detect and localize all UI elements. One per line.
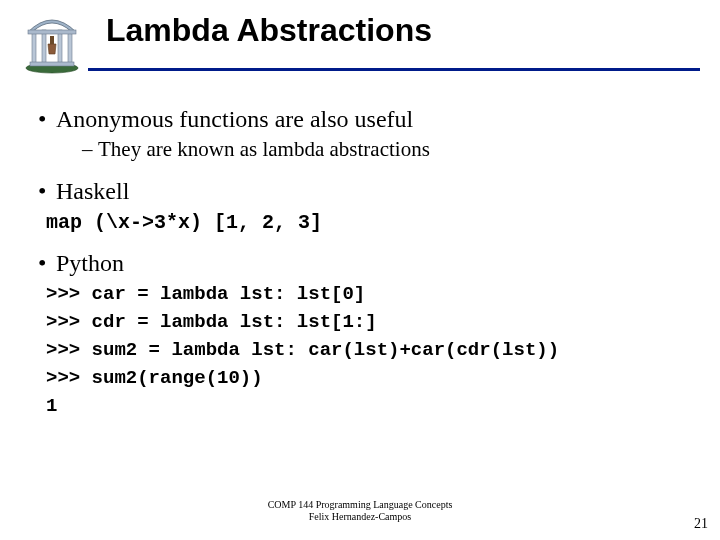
bullet-text: Python: [56, 250, 124, 276]
bullet-text: Anonymous functions are also useful: [56, 106, 413, 132]
code-python-line-4: >>> sum2(range(10)): [46, 367, 690, 389]
page-number: 21: [694, 516, 708, 532]
subbullet-text: They are known as lambda abstractions: [98, 137, 430, 161]
content-area: •Anonymous functions are also useful –Th…: [40, 98, 690, 417]
bullet-dot-icon: •: [38, 250, 56, 277]
subbullet-lambda-abstractions: –They are known as lambda abstractions: [82, 137, 690, 162]
svg-rect-6: [30, 62, 74, 66]
code-haskell: map (\x->3*x) [1, 2, 3]: [46, 211, 690, 234]
footer: COMP 144 Programming Language Concepts F…: [0, 499, 720, 522]
bullet-python: •Python: [40, 250, 690, 277]
bullet-anonymous-functions: •Anonymous functions are also useful: [40, 106, 690, 133]
title-underline: [88, 68, 700, 71]
svg-rect-4: [68, 30, 72, 64]
code-python-line-5: 1: [46, 395, 690, 417]
footer-line-2: Felix Hernandez-Campos: [0, 511, 720, 523]
code-python-line-2: >>> cdr = lambda lst: lst[1:]: [46, 311, 690, 333]
bullet-haskell: •Haskell: [40, 178, 690, 205]
svg-rect-1: [32, 30, 36, 64]
svg-rect-3: [58, 30, 62, 64]
svg-rect-2: [42, 30, 46, 64]
slide: Lambda Abstractions •Anonymous functions…: [0, 0, 720, 540]
bullet-text: Haskell: [56, 178, 129, 204]
code-python-line-3: >>> sum2 = lambda lst: car(lst)+car(cdr(…: [46, 339, 690, 361]
bullet-dot-icon: •: [38, 106, 56, 133]
unc-old-well-icon: [18, 6, 86, 74]
bullet-dash-icon: –: [82, 137, 98, 162]
footer-line-1: COMP 144 Programming Language Concepts: [0, 499, 720, 511]
code-python-line-1: >>> car = lambda lst: lst[0]: [46, 283, 690, 305]
svg-rect-5: [28, 30, 76, 34]
svg-rect-7: [50, 36, 54, 44]
slide-title: Lambda Abstractions: [106, 12, 432, 49]
bullet-dot-icon: •: [38, 178, 56, 205]
